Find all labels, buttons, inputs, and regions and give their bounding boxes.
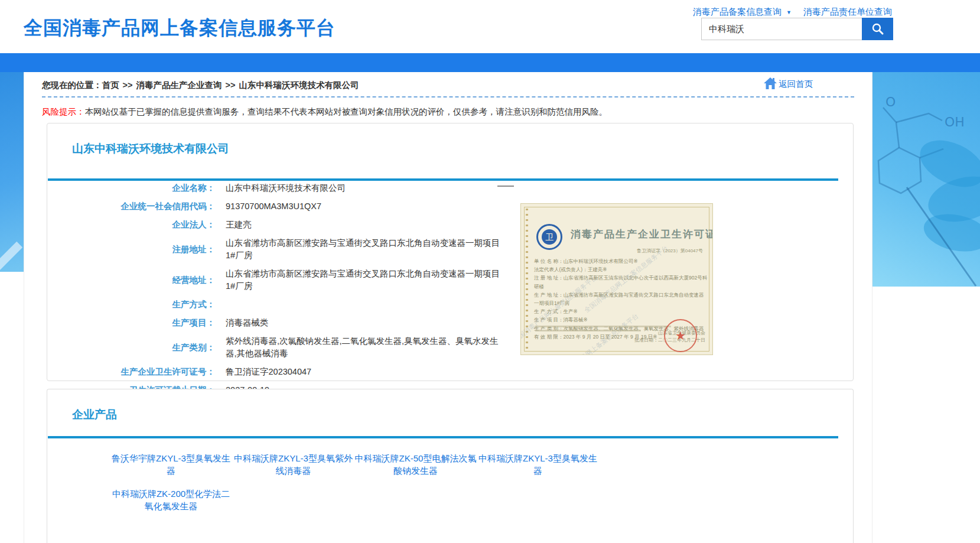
dashed-divider xyxy=(42,96,854,97)
right-background-decoration: O OH xyxy=(872,72,980,287)
product-link-grid: 鲁沃华宇牌ZKYL-3型臭氧发生器 中科瑞沃牌ZKYL-3型臭氧紫外线消毒器 中… xyxy=(110,452,599,512)
cert-line: 生 产 方 式：生产※ xyxy=(534,307,708,316)
risk-notice-label: 风险提示： xyxy=(42,107,85,116)
certificate-red-seal-icon: ★ xyxy=(664,319,697,352)
field-row-license-number: 生产企业卫生许可证号： 鲁卫消证字202304047 xyxy=(47,366,853,378)
cert-line: 注 册 地 址：山东省潍坊高新区玉清东街以北中心次干道以西高新大厦902号科研楼 xyxy=(534,274,708,290)
field-label: 生产项目： xyxy=(47,317,215,329)
search-bar xyxy=(701,18,893,40)
breadcrumb-prefix: 您现在的位置： xyxy=(42,80,102,90)
main-container: 您现在的位置：首页>>消毒产品生产企业查询>>山东中科瑞沃环境技术有限公司 返回… xyxy=(24,72,872,543)
field-row-production-item: 生产项目： 消毒器械类 xyxy=(47,317,853,329)
site-title: 全国消毒产品网上备案信息服务平台 xyxy=(24,15,336,41)
chemistry-molecule-illustration: O OH xyxy=(872,72,980,287)
search-icon xyxy=(871,22,885,36)
certificate-title: 消毒产品生产企业卫生许可证 xyxy=(571,227,713,241)
field-label: 企业名称： xyxy=(47,182,215,194)
field-row-enterprise-name: 企业名称： 山东中科瑞沃环境技术有限公司 xyxy=(47,182,853,194)
left-background-decoration xyxy=(0,72,24,272)
certificate-number: 鲁卫消证字（2023）第04047号 xyxy=(637,248,703,254)
company-products-card: 企业产品 鲁沃华宇牌ZKYL-3型臭氧发生器 中科瑞沃牌ZKYL-3型臭氧紫外线… xyxy=(47,389,854,543)
breadcrumb-current: 山东中科瑞沃环境技术有限公司 xyxy=(239,80,359,90)
field-label: 生产类别： xyxy=(47,342,215,354)
field-row-registered-address: 注册地址： 山东省潍坊市高新区潍安路与宝通街交叉路口东北角自动变速器一期项目1#… xyxy=(47,237,853,262)
risk-notice-text: 本网站仅基于已掌握的信息提供查询服务，查询结果不代表本网站对被查询对象信用状况的… xyxy=(85,107,608,116)
field-value: 91370700MA3M3U1QX7 xyxy=(226,200,321,213)
field-value: 紫外线消毒器,次氯酸钠发生器,二氧化氯发生器,臭氧发生器、臭氧水发生器,其他器械… xyxy=(226,335,502,360)
risk-notice: 风险提示：本网站仅基于已掌握的信息提供查询服务，查询结果不代表本网站对被查询对象… xyxy=(42,106,607,118)
certificate-dash-mark xyxy=(497,186,514,187)
products-card-title: 企业产品 xyxy=(72,407,117,422)
cert-line: 生 产 地 址：山东省潍坊市高新区潍安路与宝通街交叉路口东北角自动变速器一期项目… xyxy=(534,291,708,307)
nav-link-record-info-query[interactable]: 消毒产品备案信息查询 xyxy=(693,6,782,18)
field-value: 王建亮 xyxy=(226,219,252,231)
field-row-production-mode: 生产方式： xyxy=(47,298,853,311)
card-title-underline xyxy=(48,178,838,181)
breadcrumb-separator: >> xyxy=(123,80,133,90)
company-fields: 企业名称： 山东中科瑞沃环境技术有限公司 企业统一社会信用代码： 9137070… xyxy=(47,182,853,402)
field-row-business-address: 经营地址： 山东省潍坊市高新区潍安路与宝通街交叉路口东北角自动变速器一期项目1#… xyxy=(47,268,853,292)
company-card-title: 山东中科瑞沃环境技术有限公司 xyxy=(72,141,229,157)
card-title-underline xyxy=(48,436,838,438)
field-value: 鲁卫消证字202304047 xyxy=(226,366,311,378)
field-row-legal-person: 企业法人： 王建亮 xyxy=(47,219,853,231)
hygiene-license-certificate-image: 全国消毒产品网上备案信息服务平台 全国消毒产品网上备案信息服务平台 全国消毒产品… xyxy=(520,203,713,355)
product-link[interactable]: 中科瑞沃牌ZK-50型电解法次氯酸钠发生器 xyxy=(354,452,477,477)
product-link[interactable]: 鲁沃华宇牌ZKYL-3型臭氧发生器 xyxy=(110,452,232,477)
breadcrumb-enterprise-query-link[interactable]: 消毒产品生产企业查询 xyxy=(136,80,222,90)
product-link[interactable]: 中科瑞沃牌ZKYL-3型臭氧发生器 xyxy=(477,452,599,477)
product-link[interactable]: 中科瑞沃牌ZKYL-3型臭氧紫外线消毒器 xyxy=(232,452,354,477)
field-label: 企业法人： xyxy=(47,219,215,231)
certificate-emblem-icon: 卫 xyxy=(536,224,562,250)
seal-star-glyph: ★ xyxy=(675,329,686,343)
top-nav: 消毒产品备案信息查询 ▼ 消毒产品责任单位查询 xyxy=(693,6,892,18)
cert-line: 法定代表人(或负责人)：王建亮※ xyxy=(534,265,708,274)
chevron-down-icon[interactable]: ▼ xyxy=(786,9,792,15)
field-label: 企业统一社会信用代码： xyxy=(47,200,215,213)
cert-line: 单 位 名 称：山东中科瑞沃环境技术有限公司※ xyxy=(534,257,708,265)
field-row-credit-code: 企业统一社会信用代码： 91370700MA3M3U1QX7 xyxy=(47,200,853,213)
svg-text:OH: OH xyxy=(945,115,965,129)
field-label: 生产方式： xyxy=(47,298,215,311)
field-value: 山东省潍坊市高新区潍安路与宝通街交叉路口东北角自动变速器一期项目1#厂房 xyxy=(226,268,502,292)
field-label: 注册地址： xyxy=(47,243,215,256)
back-home-label: 返回首页 xyxy=(779,79,813,90)
product-link[interactable]: 中科瑞沃牌ZK-200型化学法二氧化氯发生器 xyxy=(110,487,232,512)
field-label: 生产企业卫生许可证号： xyxy=(47,366,215,378)
field-value: 消毒器械类 xyxy=(226,317,269,329)
site-header: 全国消毒产品网上备案信息服务平台 消毒产品备案信息查询 ▼ 消毒产品责任单位查询 xyxy=(0,0,980,53)
search-button[interactable] xyxy=(862,18,893,40)
svg-text:O: O xyxy=(885,95,896,109)
breadcrumb-home-link[interactable]: 首页 xyxy=(102,80,119,90)
field-row-production-category: 生产类别： 紫外线消毒器,次氯酸钠发生器,二氧化氯发生器,臭氧发生器、臭氧水发生… xyxy=(47,335,853,360)
certificate-emblem-glyph: 卫 xyxy=(542,229,557,245)
company-info-card: 山东中科瑞沃环境技术有限公司 企业名称： 山东中科瑞沃环境技术有限公司 企业统一… xyxy=(47,123,854,381)
page: 全国消毒产品网上备案信息服务平台 消毒产品备案信息查询 ▼ 消毒产品责任单位查询 xyxy=(0,0,980,543)
field-value: 山东中科瑞沃环境技术有限公司 xyxy=(226,182,346,194)
breadcrumb-separator: >> xyxy=(225,80,235,90)
back-home-link[interactable]: 返回首页 xyxy=(763,77,813,90)
field-label: 经营地址： xyxy=(47,274,215,287)
search-input[interactable] xyxy=(701,18,862,40)
banner-strip xyxy=(0,53,980,72)
nav-link-responsible-unit-query[interactable]: 消毒产品责任单位查询 xyxy=(803,6,892,18)
home-icon xyxy=(763,77,777,90)
breadcrumb: 您现在的位置：首页>>消毒产品生产企业查询>>山东中科瑞沃环境技术有限公司 xyxy=(42,80,359,91)
field-value: 山东省潍坊市高新区潍安路与宝通街交叉路口东北角自动变速器一期项目1#厂房 xyxy=(226,237,502,262)
